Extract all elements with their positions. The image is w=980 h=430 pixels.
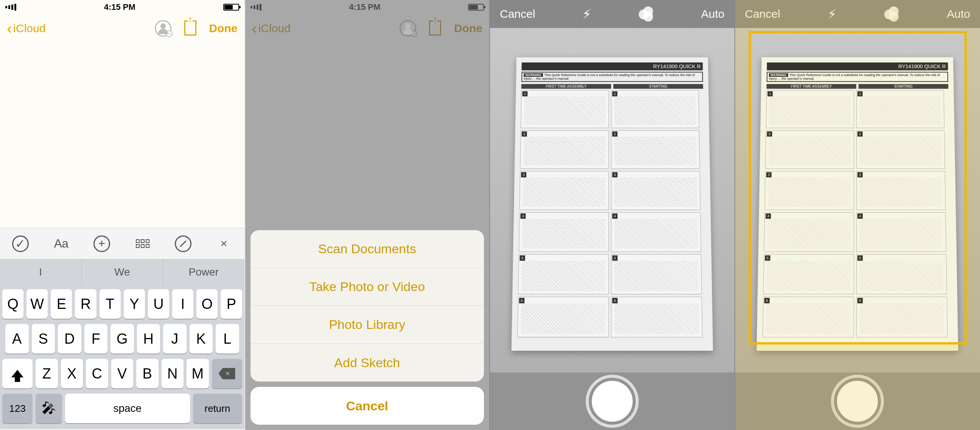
key-k[interactable]: K xyxy=(189,324,213,354)
plus-circle-icon[interactable]: + xyxy=(94,236,110,252)
camera-viewport[interactable]: RY141900 QUICK R WARNINGThis Quick Refer… xyxy=(490,28,735,373)
notes-action-sheet-pane: 4:15 PM ‹ iCloud + ↑ Done Scan Documents… xyxy=(245,0,490,430)
nav-bar: ‹ iCloud + ↑ Done xyxy=(0,14,245,42)
doc-warning-label: WARNING xyxy=(524,73,543,77)
markup-icon[interactable] xyxy=(175,236,191,252)
table-icon[interactable] xyxy=(134,236,151,252)
sheet-add-sketch[interactable]: Add Sketch xyxy=(250,344,484,382)
scan-camera-pane: Cancel ⚡︎ Auto RY141900 QUICK R WARNINGT… xyxy=(490,0,735,430)
note-body-dimmed xyxy=(245,42,490,228)
shutter-button[interactable] xyxy=(589,378,636,425)
key-space[interactable]: space xyxy=(65,394,190,423)
plus-badge-icon: + xyxy=(166,30,173,37)
doc-warning: WARNINGThis Quick Reference Guide is not… xyxy=(522,72,703,82)
key-i[interactable]: I xyxy=(172,289,193,319)
doc-col2: STARTING xyxy=(613,84,703,89)
key-y[interactable]: Y xyxy=(124,289,145,319)
filter-icon[interactable] xyxy=(884,6,899,22)
key-123[interactable]: 123 xyxy=(2,394,33,423)
key-a[interactable]: A xyxy=(5,324,29,354)
key-mic[interactable]: 🎤︎ xyxy=(35,394,62,423)
doc-title: RY141900 QUICK R xyxy=(522,62,703,70)
scan-camera-detected-pane: Cancel ⚡︎ Auto RY141900 QUICK R WARNINGT… xyxy=(735,0,980,430)
key-m[interactable]: M xyxy=(186,359,209,389)
camera-auto[interactable]: Auto xyxy=(947,8,970,21)
key-t[interactable]: T xyxy=(100,289,121,319)
add-person-icon: + xyxy=(399,20,416,37)
key-q[interactable]: Q xyxy=(2,289,24,319)
suggestion-3[interactable]: Power xyxy=(163,259,245,285)
key-h[interactable]: H xyxy=(137,324,161,354)
key-b[interactable]: B xyxy=(136,359,159,389)
key-v[interactable]: V xyxy=(111,359,134,389)
key-x[interactable]: X xyxy=(61,359,83,389)
flash-icon[interactable]: ⚡︎ xyxy=(827,6,837,22)
key-shift[interactable] xyxy=(2,359,33,389)
checkmark-circle-icon[interactable]: ✓ xyxy=(12,236,29,252)
camera-top-bar: Cancel ⚡︎ Auto xyxy=(490,0,735,28)
nav-bar-dimmed: ‹ iCloud + ↑ Done xyxy=(245,14,490,42)
key-o[interactable]: O xyxy=(196,289,218,319)
key-u[interactable]: U xyxy=(148,289,169,319)
filter-icon[interactable] xyxy=(639,6,654,22)
back-button: ‹ iCloud xyxy=(252,21,291,36)
text-format-button[interactable]: Aa xyxy=(52,236,69,252)
action-sheet-group: Scan Documents Take Photo or Video Photo… xyxy=(250,230,484,382)
key-n[interactable]: N xyxy=(162,359,184,389)
key-e[interactable]: E xyxy=(51,289,72,319)
plus-badge-icon: + xyxy=(410,30,417,37)
camera-bottom-bar xyxy=(490,373,735,430)
key-l[interactable]: L xyxy=(216,324,239,354)
done-button: Done xyxy=(454,22,482,35)
key-d[interactable]: D xyxy=(58,324,81,354)
suggestion-2[interactable]: We xyxy=(82,259,164,285)
key-row-4: 123 🎤︎ space return xyxy=(2,394,242,423)
key-f[interactable]: F xyxy=(84,324,108,354)
key-row-2: A S D F G H J K L xyxy=(2,324,242,354)
sheet-cancel[interactable]: Cancel xyxy=(250,387,484,425)
key-row-1: Q W E R T Y U I O P xyxy=(2,289,242,319)
key-w[interactable]: W xyxy=(27,289,48,319)
shift-icon xyxy=(11,370,24,377)
key-row-3: Z X C V B N M xyxy=(2,359,242,389)
done-button[interactable]: Done xyxy=(209,22,238,35)
doc-warning-text: This Quick Reference Guide is not a subs… xyxy=(524,73,695,80)
key-r[interactable]: R xyxy=(75,289,96,319)
share-button[interactable]: ↑ xyxy=(184,21,196,36)
keyboard: Q W E R T Y U I O P A S D F G H J K L Z xyxy=(0,285,245,429)
camera-cancel[interactable]: Cancel xyxy=(745,8,780,21)
key-c[interactable]: C xyxy=(86,359,108,389)
chevron-left-icon: ‹ xyxy=(252,21,257,36)
key-return[interactable]: return xyxy=(193,394,242,423)
camera-cancel[interactable]: Cancel xyxy=(500,8,535,21)
chevron-left-icon: ‹ xyxy=(7,21,12,36)
dismiss-icon[interactable]: × xyxy=(216,236,232,252)
mic-icon: 🎤︎ xyxy=(41,400,56,417)
shutter-button[interactable] xyxy=(834,378,881,425)
camera-auto[interactable]: Auto xyxy=(701,8,725,21)
key-delete[interactable] xyxy=(212,359,242,389)
note-body[interactable] xyxy=(0,42,245,228)
document-in-view: RY141900 QUICK R WARNINGThis Quick Refer… xyxy=(511,57,713,351)
status-time: 4:15 PM xyxy=(349,2,380,12)
signal-icon xyxy=(250,4,261,11)
notes-editor-pane: 4:15 PM ‹ iCloud + ↑ Done ✓ Aa + × I We … xyxy=(0,0,245,430)
camera-viewport[interactable]: RY141900 QUICK R WARNINGThis Quick Refer… xyxy=(735,28,980,373)
share-box-icon xyxy=(429,21,441,36)
status-bar: 4:15 PM xyxy=(0,0,245,14)
status-time: 4:15 PM xyxy=(104,2,135,12)
key-p[interactable]: P xyxy=(221,289,242,319)
action-sheet: Scan Documents Take Photo or Video Photo… xyxy=(250,230,484,425)
suggestion-1[interactable]: I xyxy=(0,259,82,285)
back-button[interactable]: ‹ iCloud xyxy=(7,21,45,36)
add-person-icon[interactable]: + xyxy=(155,20,172,37)
flash-icon[interactable]: ⚡︎ xyxy=(582,6,592,22)
sheet-photo-library[interactable]: Photo Library xyxy=(250,306,484,344)
key-j[interactable]: J xyxy=(163,324,186,354)
key-z[interactable]: Z xyxy=(35,359,58,389)
key-g[interactable]: G xyxy=(110,324,134,354)
suggestion-bar: I We Power xyxy=(0,259,245,285)
sheet-scan-documents[interactable]: Scan Documents xyxy=(250,230,484,268)
key-s[interactable]: S xyxy=(32,324,55,354)
sheet-take-photo[interactable]: Take Photo or Video xyxy=(250,268,484,306)
